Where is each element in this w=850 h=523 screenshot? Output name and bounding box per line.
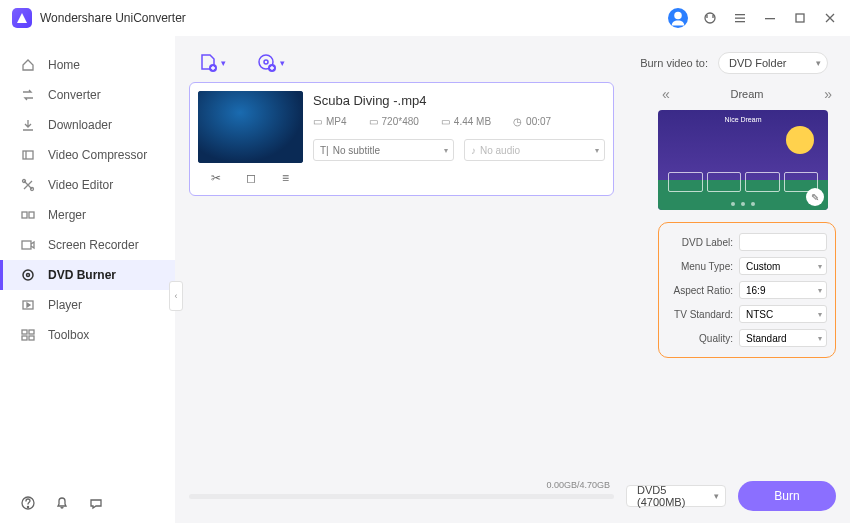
quality-select[interactable]: Standard bbox=[739, 329, 827, 347]
menu-type-select[interactable]: Custom bbox=[739, 257, 827, 275]
sidebar-item-label: DVD Burner bbox=[48, 268, 116, 282]
user-avatar[interactable] bbox=[668, 8, 688, 28]
trim-icon[interactable]: ✂ bbox=[208, 171, 224, 185]
close-button[interactable] bbox=[822, 10, 838, 26]
file-title: Scuba Diving -.mp4 bbox=[313, 93, 605, 108]
file-resolution: 720*480 bbox=[382, 116, 419, 127]
svg-point-21 bbox=[27, 506, 28, 507]
feedback-icon[interactable] bbox=[88, 495, 104, 511]
duration-icon: ◷ bbox=[513, 116, 522, 127]
sidebar-item-label: Home bbox=[48, 58, 80, 72]
sidebar-item-label: Downloader bbox=[48, 118, 112, 132]
aspect-ratio-select[interactable]: 16:9 bbox=[739, 281, 827, 299]
subtitle-select[interactable]: T|No subtitle bbox=[313, 139, 454, 161]
support-icon[interactable] bbox=[702, 10, 718, 26]
downloader-icon bbox=[20, 117, 36, 133]
svg-point-8 bbox=[23, 180, 26, 183]
svg-rect-7 bbox=[23, 151, 33, 159]
player-icon bbox=[20, 297, 36, 313]
menu-type-label: Menu Type: bbox=[667, 261, 733, 272]
sidebar-item-label: Player bbox=[48, 298, 82, 312]
burn-to-label: Burn video to: bbox=[640, 57, 708, 69]
theme-name: Dream bbox=[730, 88, 763, 100]
sidebar-item-downloader[interactable]: Downloader bbox=[0, 110, 175, 140]
burn-to-select[interactable]: DVD Folder bbox=[718, 52, 828, 74]
toolbox-icon bbox=[20, 327, 36, 343]
crop-icon[interactable]: ◻ bbox=[243, 171, 259, 185]
menu-icon[interactable] bbox=[732, 10, 748, 26]
sidebar-item-recorder[interactable]: Screen Recorder bbox=[0, 230, 175, 260]
svg-rect-2 bbox=[735, 14, 745, 15]
video-thumbnail bbox=[198, 91, 303, 163]
edit-theme-button[interactable]: ✎ bbox=[806, 188, 824, 206]
svg-rect-5 bbox=[765, 18, 775, 19]
svg-rect-16 bbox=[22, 330, 27, 334]
dvd-icon bbox=[20, 267, 36, 283]
disc-usage-bar: 0.00GB/4.70GB bbox=[189, 494, 614, 499]
svg-rect-11 bbox=[29, 212, 34, 218]
compressor-icon bbox=[20, 147, 36, 163]
sidebar-item-label: Video Editor bbox=[48, 178, 113, 192]
sidebar-item-label: Video Compressor bbox=[48, 148, 147, 162]
tv-standard-select[interactable]: NTSC bbox=[739, 305, 827, 323]
format-icon: ▭ bbox=[313, 116, 322, 127]
aspect-ratio-label: Aspect Ratio: bbox=[667, 285, 733, 296]
svg-rect-18 bbox=[22, 336, 27, 340]
file-card[interactable]: ✂ ◻ ≡ Scuba Diving -.mp4 ▭MP4 ▭720*480 ▭… bbox=[189, 82, 614, 196]
merger-icon bbox=[20, 207, 36, 223]
more-icon[interactable]: ≡ bbox=[278, 171, 294, 185]
maximize-button[interactable] bbox=[792, 10, 808, 26]
file-size: 4.44 MB bbox=[454, 116, 491, 127]
sidebar-item-label: Converter bbox=[48, 88, 101, 102]
editor-icon bbox=[20, 177, 36, 193]
disc-type-select[interactable]: DVD5 (4700MB) bbox=[626, 485, 726, 507]
svg-rect-3 bbox=[735, 18, 745, 19]
sidebar-item-compressor[interactable]: Video Compressor bbox=[0, 140, 175, 170]
home-icon bbox=[20, 57, 36, 73]
sidebar-item-editor[interactable]: Video Editor bbox=[0, 170, 175, 200]
sidebar-item-toolbox[interactable]: Toolbox bbox=[0, 320, 175, 350]
sidebar-item-dvd-burner[interactable]: DVD Burner bbox=[0, 260, 175, 290]
svg-rect-17 bbox=[29, 330, 34, 334]
sidebar-collapse-button[interactable]: ‹ bbox=[169, 281, 183, 311]
sidebar-item-label: Merger bbox=[48, 208, 86, 222]
sidebar-item-player[interactable]: Player bbox=[0, 290, 175, 320]
tv-standard-label: TV Standard: bbox=[667, 309, 733, 320]
add-disc-button[interactable]: ▾ bbox=[256, 52, 285, 74]
svg-point-13 bbox=[23, 270, 33, 280]
help-icon[interactable] bbox=[20, 495, 36, 511]
dvd-settings: DVD Label: Menu Type:Custom Aspect Ratio… bbox=[658, 222, 836, 358]
app-title: Wondershare UniConverter bbox=[40, 11, 186, 25]
notification-icon[interactable] bbox=[54, 495, 70, 511]
minimize-button[interactable] bbox=[762, 10, 778, 26]
recorder-icon bbox=[20, 237, 36, 253]
sidebar-item-merger[interactable]: Merger bbox=[0, 200, 175, 230]
size-icon: ▭ bbox=[441, 116, 450, 127]
file-duration: 00:07 bbox=[526, 116, 551, 127]
converter-icon bbox=[20, 87, 36, 103]
svg-rect-6 bbox=[796, 14, 804, 22]
sidebar-item-home[interactable]: Home bbox=[0, 50, 175, 80]
sidebar-item-converter[interactable]: Converter bbox=[0, 80, 175, 110]
svg-point-24 bbox=[264, 60, 268, 64]
sidebar-item-label: Toolbox bbox=[48, 328, 89, 342]
add-file-button[interactable]: ▾ bbox=[197, 52, 226, 74]
sidebar: Home Converter Downloader Video Compress… bbox=[0, 36, 175, 523]
sidebar-item-label: Screen Recorder bbox=[48, 238, 139, 252]
next-theme-button[interactable]: » bbox=[820, 86, 836, 102]
audio-select[interactable]: ♪No audio bbox=[464, 139, 605, 161]
resolution-icon: ▭ bbox=[369, 116, 378, 127]
svg-rect-19 bbox=[29, 336, 34, 340]
svg-point-0 bbox=[674, 12, 682, 20]
burn-button[interactable]: Burn bbox=[738, 481, 836, 511]
svg-point-14 bbox=[27, 274, 30, 277]
prev-theme-button[interactable]: « bbox=[658, 86, 674, 102]
file-format: MP4 bbox=[326, 116, 347, 127]
disc-usage-text: 0.00GB/4.70GB bbox=[546, 480, 610, 490]
svg-rect-10 bbox=[22, 212, 27, 218]
quality-label: Quality: bbox=[667, 333, 733, 344]
app-logo bbox=[12, 8, 32, 28]
preview-title: Nice Dream bbox=[658, 116, 828, 123]
dvd-label-label: DVD Label: bbox=[667, 237, 733, 248]
dvd-label-input[interactable] bbox=[739, 233, 827, 251]
